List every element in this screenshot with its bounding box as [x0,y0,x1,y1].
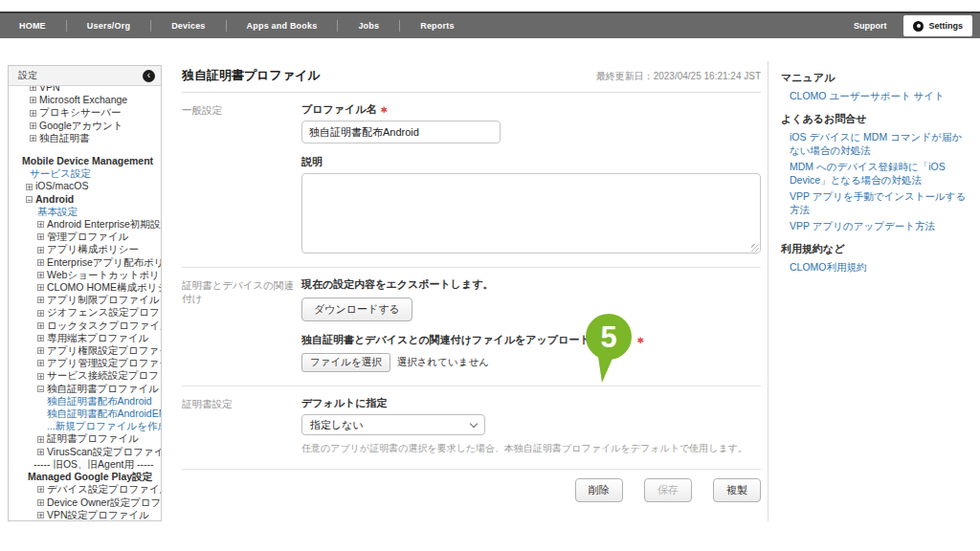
tree-row: +VirusScan設定プロファイル [9,446,161,458]
nav-item-support[interactable]: Support [836,21,904,31]
faq-links: iOS デバイスに MDM コマンドが届かない場合の対処法MDM へのデバイス登… [781,130,969,232]
help-link[interactable]: MDM へのデバイス登録時に「iOS Device」となる場合の対処法 [790,160,969,187]
tree-item-label[interactable]: アプリ管理設定プロファイル [47,357,162,369]
tree-row: +専用端末プロファイル [9,332,161,344]
tree-row: +アプリ制限プロファイル [9,294,161,306]
tree-link[interactable]: ...新規プロファイルを作成 [47,420,162,432]
upload-text: 独自証明書とデバイスとの関連付けファイルをアップロードします。✱ [301,333,761,347]
nav-item[interactable]: Devices [151,21,225,31]
expand-icon[interactable]: + [37,310,44,317]
section-general-label: 一般設定 [182,102,301,253]
sidebar-collapse-icon[interactable]: ‹ [143,70,155,82]
section-general-fields: プロファイル名✱ 説明 [301,102,761,253]
tree-item-label[interactable]: Webショートカットポリシー [47,269,162,281]
expand-icon[interactable]: + [26,184,33,190]
expand-icon[interactable]: + [37,436,44,443]
tree-link[interactable]: 独自証明書配布AndroidENG [47,408,162,420]
section-association-fields: 現在の設定内容をエクスポートします。 ダウンロードする 独自証明書とデバイスとの… [301,277,761,372]
tree-item-label[interactable]: 専用端末プロファイル [47,332,148,344]
expand-icon[interactable]: + [37,221,44,228]
expand-icon[interactable]: + [37,297,44,303]
tree-row: 独自証明書配布AndroidENG [9,408,161,420]
tree-item-label[interactable]: アプリ権限設定プロファイル [47,344,162,357]
default-select[interactable]: 指定しない [301,414,485,435]
tree-item-label[interactable]: アプリ制限プロファイル [47,294,160,306]
expand-icon[interactable]: + [37,360,44,366]
expand-icon[interactable]: + [37,335,44,342]
tree-item-label[interactable]: Googleアカウント [39,120,123,132]
expand-icon[interactable]: + [37,247,44,253]
sidebar-header: 設定 ‹ [9,66,161,86]
tree-row: +デバイス設定プロファイル [9,483,161,496]
tree-item-label[interactable]: 独自証明書プロファイル [47,383,159,395]
tree-item-label[interactable]: iOS/macOS [35,180,88,192]
tree-item-label[interactable]: Microsoft Exchange [39,94,127,106]
tree-link[interactable]: 独自証明書配布Android [47,395,152,408]
settings-label: Settings [928,21,963,31]
file-select-button[interactable]: ファイルを選択 [301,353,390,372]
expand-icon[interactable]: + [37,373,44,380]
nav-item[interactable]: Apps and Books [227,21,338,31]
expand-icon[interactable]: + [37,259,44,266]
nav-item[interactable]: HOME [0,21,66,31]
step-badge-number: 5 [600,320,616,354]
tree-item-label[interactable]: Android [35,193,74,206]
expand-icon[interactable]: + [30,135,36,142]
profile-name-input[interactable] [301,121,501,143]
expand-icon[interactable]: + [37,486,44,493]
nav-item[interactable]: Reports [400,21,474,31]
tree-item-label[interactable]: Device Owner設定プロファイル [47,496,162,509]
expand-icon[interactable]: + [37,499,44,506]
collapse-icon[interactable]: − [37,386,44,392]
expand-icon[interactable]: + [37,347,44,354]
nav-item[interactable]: Jobs [338,21,399,31]
nav-item[interactable]: Users/Org [67,21,150,31]
tree-row: +Enterpriseアプリ配布ポリシー [9,256,161,269]
expand-icon[interactable]: + [37,272,44,278]
tree-item-label[interactable]: 証明書プロファイル [47,432,139,445]
tree-item-label[interactable]: Android Enterprise初期設定... [47,218,162,231]
expand-icon[interactable]: + [37,233,44,240]
help-link[interactable]: CLOMO ユーザーサポート サイト [790,89,969,102]
settings-tree: +VPN+Microsoft Exchange+プロキシサーバー+Googleア… [9,86,161,521]
save-button[interactable]: 保存 [644,478,692,502]
tree-row: Managed Google Play設定 [9,471,161,483]
tree-item-label[interactable]: VirusScan設定プロファイル [47,446,162,458]
nav-right: Support Settings [836,13,980,38]
download-button[interactable]: ダウンロードする [301,298,412,321]
tree-item-label[interactable]: Enterpriseアプリ配布ポリシー [47,256,162,269]
tree-item-label[interactable]: アプリ構成ポリシー [47,243,139,255]
collapse-icon[interactable]: − [26,196,33,203]
description-textarea[interactable] [301,173,761,253]
duplicate-button[interactable]: 複製 [713,478,761,502]
tree-item-label[interactable]: ロックタスクプロファイル [47,320,162,332]
expand-icon[interactable]: + [37,322,44,329]
tree-link[interactable]: 基本設定 [37,206,78,218]
delete-button[interactable]: 削除 [575,478,623,502]
tree-row: 独自証明書配布Android [9,395,161,408]
tree-item-label[interactable]: VPN設定プロファイル [47,509,149,521]
tree-item-label[interactable]: CLOMO HOME構成ポリシー [47,281,162,294]
tree-link[interactable]: サービス設定 [30,167,91,180]
help-link[interactable]: iOS デバイスに MDM コマンドが届かない場合の対処法 [790,130,969,157]
description-label: 説明 [301,155,761,169]
expand-icon[interactable]: + [37,284,44,291]
tree-item-label[interactable]: 管理プロファイル [47,231,128,243]
tree-item-label[interactable]: サービス接続設定プロファイル [47,369,162,382]
resize-grip-icon[interactable] [751,244,759,252]
help-link[interactable]: VPP アプリのアップデート方法 [790,219,969,232]
default-select-value: 指定しない [310,418,471,432]
tree-item-label[interactable]: ジオフェンス設定プロファイル [47,306,162,319]
tree-item-label[interactable]: 独自証明書 [39,132,90,144]
expand-icon[interactable]: + [30,110,36,117]
help-link[interactable]: VPP アプリを手動でインストールする方法 [790,189,969,216]
help-link[interactable]: CLOMO利用規約 [790,260,969,274]
expand-icon[interactable]: + [30,97,36,103]
last-updated: 最終更新日：2023/04/25 16:21:24 JST [596,70,761,83]
expand-icon[interactable]: + [37,449,44,455]
expand-icon[interactable]: + [37,512,44,518]
nav-tab-settings[interactable]: Settings [903,15,972,36]
expand-icon[interactable]: + [30,122,36,129]
tree-item-label[interactable]: プロキシサーバー [39,106,121,119]
tree-item-label[interactable]: デバイス設定プロファイル [47,483,162,496]
